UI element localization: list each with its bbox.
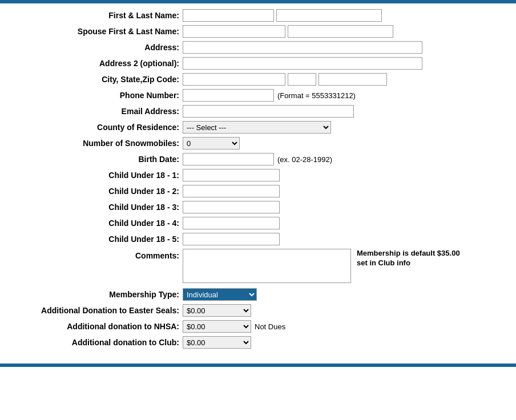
comments-textarea[interactable] <box>183 249 351 283</box>
state-input[interactable] <box>288 73 316 86</box>
snowmobiles-label: Number of Snowmobiles: <box>11 139 183 148</box>
birthdate-row: Birth Date: (ex. 02-28-1992) <box>11 153 505 165</box>
birthdate-input[interactable] <box>183 153 274 165</box>
nhsa-row: Additional donation to NHSA: $0.00 $5.00… <box>11 320 505 333</box>
membership-type-label: Membership Type: <box>11 290 183 299</box>
membership-type-row: Membership Type: Individual Family Senio… <box>11 288 505 301</box>
child4-row: Child Under 18 - 4: <box>11 217 505 229</box>
birthdate-hint: (ex. 02-28-1992) <box>277 155 332 164</box>
city-state-zip-row: City, State,Zip Code: <box>11 73 505 86</box>
city-state-zip-label: City, State,Zip Code: <box>11 75 183 84</box>
child3-row: Child Under 18 - 3: <box>11 201 505 213</box>
phone-hint: (Format = 5553331212) <box>277 91 356 100</box>
email-input[interactable] <box>183 105 354 118</box>
spouse-name-row: Spouse First & Last Name: <box>11 25 505 38</box>
comments-row: Comments: Membership is default $35.00 s… <box>11 249 505 285</box>
child1-label: Child Under 18 - 1: <box>11 171 183 180</box>
first-last-name-label: First & Last Name: <box>11 11 183 20</box>
membership-note: Membership is default $35.00 set in Club… <box>357 249 471 268</box>
textarea-wrapper <box>183 249 351 285</box>
child2-row: Child Under 18 - 2: <box>11 185 505 197</box>
child3-input[interactable] <box>183 201 280 213</box>
membership-type-select[interactable]: Individual Family Senior Junior <box>183 288 257 301</box>
child2-label: Child Under 18 - 2: <box>11 187 183 196</box>
snowmobiles-row: Number of Snowmobiles: 0 1 2 3 4 5 <box>11 137 505 150</box>
birthdate-label: Birth Date: <box>11 155 183 164</box>
spouse-last-name-input[interactable] <box>288 25 393 38</box>
child2-input[interactable] <box>183 185 280 197</box>
county-label: County of Residence: <box>11 123 183 132</box>
city-input[interactable] <box>183 73 285 86</box>
snowmobiles-select[interactable]: 0 1 2 3 4 5 <box>183 137 240 150</box>
phone-label: Phone Number: <box>11 91 183 100</box>
child3-label: Child Under 18 - 3: <box>11 203 183 212</box>
child4-input[interactable] <box>183 217 280 229</box>
first-name-input[interactable] <box>183 9 274 22</box>
child1-row: Child Under 18 - 1: <box>11 169 505 181</box>
email-label: Email Address: <box>11 107 183 116</box>
address-row: Address: <box>11 41 505 54</box>
address-label: Address: <box>11 43 183 52</box>
spouse-name-label: Spouse First & Last Name: <box>11 27 183 36</box>
bottom-bar <box>0 364 516 367</box>
nhsa-label: Additional donation to NHSA: <box>11 322 183 331</box>
address-input[interactable] <box>183 41 422 54</box>
club-select[interactable]: $0.00 $5.00 $10.00 $25.00 $50.00 <box>183 336 251 349</box>
easter-seals-label: Additional Donation to Easter Seals: <box>11 306 183 315</box>
child1-input[interactable] <box>183 169 280 181</box>
address2-row: Address 2 (optional): <box>11 57 505 70</box>
nhsa-select[interactable]: $0.00 $5.00 $10.00 $25.00 $50.00 <box>183 320 251 333</box>
form-container: First & Last Name: Spouse First & Last N… <box>0 3 516 358</box>
county-select[interactable]: --- Select --- County 1 County 2 County … <box>183 121 331 134</box>
first-last-name-row: First & Last Name: <box>11 9 505 22</box>
spouse-first-name-input[interactable] <box>183 25 285 38</box>
phone-input[interactable] <box>183 89 274 102</box>
not-dues-text: Not Dues <box>255 322 285 331</box>
club-label: Additional donation to Club: <box>11 338 183 347</box>
comments-right: Membership is default $35.00 set in Club… <box>183 249 471 285</box>
phone-row: Phone Number: (Format = 5553331212) <box>11 89 505 102</box>
zip-input[interactable] <box>319 73 387 86</box>
address2-label: Address 2 (optional): <box>11 59 183 68</box>
last-name-input[interactable] <box>276 9 382 22</box>
comments-label: Comments: <box>11 249 183 260</box>
email-row: Email Address: <box>11 105 505 118</box>
child4-label: Child Under 18 - 4: <box>11 219 183 228</box>
child5-input[interactable] <box>183 233 280 245</box>
easter-seals-select[interactable]: $0.00 $5.00 $10.00 $25.00 $50.00 <box>183 304 251 317</box>
child5-row: Child Under 18 - 5: <box>11 233 505 245</box>
easter-seals-row: Additional Donation to Easter Seals: $0.… <box>11 304 505 317</box>
county-row: County of Residence: --- Select --- Coun… <box>11 121 505 134</box>
address2-input[interactable] <box>183 57 422 70</box>
child5-label: Child Under 18 - 5: <box>11 235 183 244</box>
club-row: Additional donation to Club: $0.00 $5.00… <box>11 336 505 349</box>
